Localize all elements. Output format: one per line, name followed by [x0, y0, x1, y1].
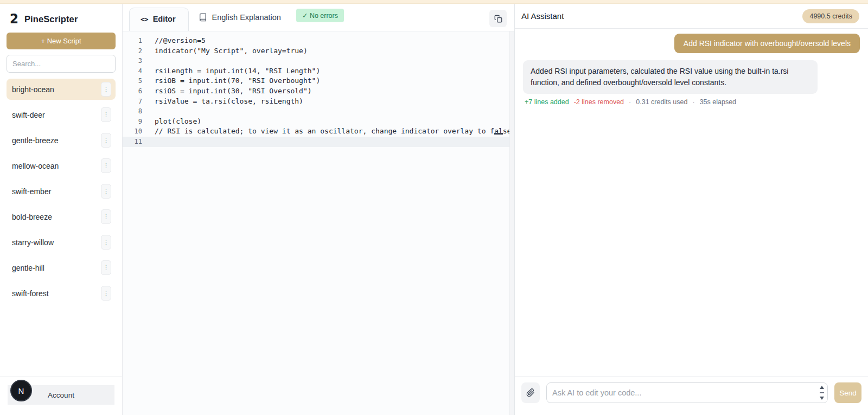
sidebar-script-item[interactable]: mellow-ocean ⋮	[7, 155, 116, 176]
line-text: plot(close)	[155, 117, 201, 127]
account-label: Account	[48, 391, 74, 399]
stat-separator: ·	[629, 98, 631, 106]
line-number: 7	[123, 97, 142, 107]
sidebar-script-item[interactable]: swift-ember ⋮	[7, 181, 116, 202]
attach-file-button[interactable]	[521, 382, 540, 403]
code-line: 7 rsiValue = ta.rsi(close, rsiLength)	[123, 97, 514, 107]
editor-pane: <> Editor English Explanation ✓ No error…	[123, 4, 514, 415]
check-icon: ✓	[302, 12, 308, 20]
sidebar-script-item[interactable]: swift-deer ⋮	[7, 104, 116, 125]
copy-code-button[interactable]	[489, 10, 507, 27]
ai-panel-header: AI Assistant 4990.5 credits	[515, 4, 868, 29]
tab-editor[interactable]: <> Editor	[129, 8, 189, 31]
line-number: 4	[123, 66, 142, 76]
code-line: 3	[123, 56, 514, 66]
line-text: rsiOS = input.int(30, "RSI Oversold")	[155, 86, 312, 97]
ai-input-wrap	[546, 382, 828, 403]
script-name: swift-forest	[12, 289, 49, 298]
script-menu-button[interactable]: ⋮	[101, 107, 111, 122]
line-number: 9	[123, 117, 142, 127]
input-scrollbar[interactable]	[819, 385, 825, 401]
code-line: 6 rsiOS = input.int(30, "RSI Oversold")	[123, 86, 514, 97]
line-number: 11	[123, 137, 142, 147]
assistant-message-bubble: Added RSI input parameters, calculated t…	[523, 60, 818, 94]
script-name: swift-deer	[12, 111, 45, 119]
book-icon	[199, 13, 207, 22]
user-message-bubble: Add RSI indicator with overbought/overso…	[674, 34, 860, 53]
script-menu-button[interactable]: ⋮	[101, 82, 111, 97]
line-text: rsiOB = input.int(70, "RSI Overbought")	[155, 76, 320, 86]
code-line: 8	[123, 106, 514, 117]
code-icon: <>	[141, 15, 148, 23]
script-name: gentle-breeze	[12, 136, 59, 145]
sidebar-script-item[interactable]: gentle-breeze ⋮	[7, 130, 116, 151]
editor-scrollbar[interactable]	[509, 31, 514, 415]
no-errors-badge: ✓ No errors	[296, 9, 344, 22]
code-lines: 1 //@version=5 2 indicator("My Script", …	[123, 36, 514, 147]
chat-composer: Send	[515, 376, 868, 415]
script-name: starry-willow	[12, 238, 54, 247]
line-text: // RSI is calculated; to view it as an o…	[155, 126, 511, 137]
code-editor[interactable]: 1 //@version=5 2 indicator("My Script", …	[123, 31, 514, 415]
line-number: 10	[123, 126, 142, 137]
editor-cursor-dash	[494, 133, 503, 135]
scroll-up-arrow-icon[interactable]	[820, 386, 824, 389]
search-input[interactable]	[7, 55, 116, 73]
send-button[interactable]: Send	[834, 382, 861, 403]
app-logo-icon: 2	[10, 12, 18, 25]
stat-separator: ·	[692, 98, 694, 106]
tab-editor-label: Editor	[153, 15, 176, 23]
account-footer: N Account	[0, 376, 122, 415]
script-menu-button[interactable]: ⋮	[101, 286, 111, 301]
line-number: 2	[123, 46, 142, 56]
script-menu-button[interactable]: ⋮	[101, 260, 111, 275]
editor-tabbar: <> Editor English Explanation ✓ No error…	[123, 4, 514, 31]
script-name: mellow-ocean	[12, 162, 59, 170]
code-line: 9 plot(close)	[123, 117, 514, 127]
sidebar-script-item[interactable]: swift-forest ⋮	[7, 283, 116, 304]
script-menu-button[interactable]: ⋮	[101, 235, 111, 250]
tab-english-explanation[interactable]: English Explanation	[189, 7, 291, 31]
ai-assistant-panel: AI Assistant 4990.5 credits Add RSI indi…	[514, 4, 868, 415]
script-menu-button[interactable]: ⋮	[101, 209, 111, 224]
code-line: 2 indicator("My Script", overlay=true)	[123, 46, 514, 56]
scroll-down-arrow-icon[interactable]	[820, 397, 824, 400]
line-number: 1	[123, 36, 142, 46]
tab-english-label: English Explanation	[212, 13, 281, 22]
sidebar: 2 PineScripter + New Script bright-ocean…	[0, 4, 123, 415]
script-name: bold-breeze	[12, 213, 52, 221]
chat-messages: Add RSI indicator with overbought/overso…	[515, 29, 868, 376]
new-script-button[interactable]: + New Script	[7, 33, 116, 49]
scrollbar-thumb[interactable]	[820, 392, 824, 393]
line-text: indicator("My Script", overlay=true)	[155, 46, 308, 56]
code-line: 10 // RSI is calculated; to view it as a…	[123, 126, 514, 137]
sidebar-script-item[interactable]: starry-willow ⋮	[7, 232, 116, 253]
script-name: gentle-hill	[12, 264, 44, 272]
app-title: PineScripter	[24, 14, 78, 24]
account-button[interactable]: N Account	[8, 385, 114, 405]
script-menu-button[interactable]: ⋮	[101, 133, 111, 148]
line-number: 6	[123, 86, 142, 97]
no-errors-label: No errors	[310, 12, 338, 20]
code-line: 1 //@version=5	[123, 36, 514, 46]
line-number: 5	[123, 76, 142, 86]
code-line: 5 rsiOB = input.int(70, "RSI Overbought"…	[123, 76, 514, 86]
line-number: 8	[123, 106, 142, 117]
script-name: bright-ocean	[12, 85, 54, 94]
sidebar-script-item[interactable]: gentle-hill ⋮	[7, 257, 116, 278]
copy-icon	[494, 15, 502, 23]
script-menu-button[interactable]: ⋮	[101, 184, 111, 199]
credits-badge: 4990.5 credits	[802, 9, 859, 23]
script-name: swift-ember	[12, 187, 51, 196]
elapsed-stat: 35s elapsed	[700, 98, 736, 106]
lines-removed-stat: -2 lines removed	[574, 98, 624, 106]
avatar[interactable]: N	[10, 380, 32, 401]
sidebar-script-item[interactable]: bold-breeze ⋮	[7, 206, 116, 227]
ai-prompt-input[interactable]	[552, 388, 819, 397]
app-window: 2 PineScripter + New Script bright-ocean…	[0, 4, 868, 415]
credits-used-stat: 0.31 credits used	[636, 98, 687, 106]
script-list: bright-ocean ⋮ swift-deer ⋮ gentle-breez…	[7, 79, 116, 304]
sidebar-script-item[interactable]: bright-ocean ⋮	[7, 79, 116, 100]
script-menu-button[interactable]: ⋮	[101, 158, 111, 173]
paperclip-icon	[526, 388, 535, 397]
